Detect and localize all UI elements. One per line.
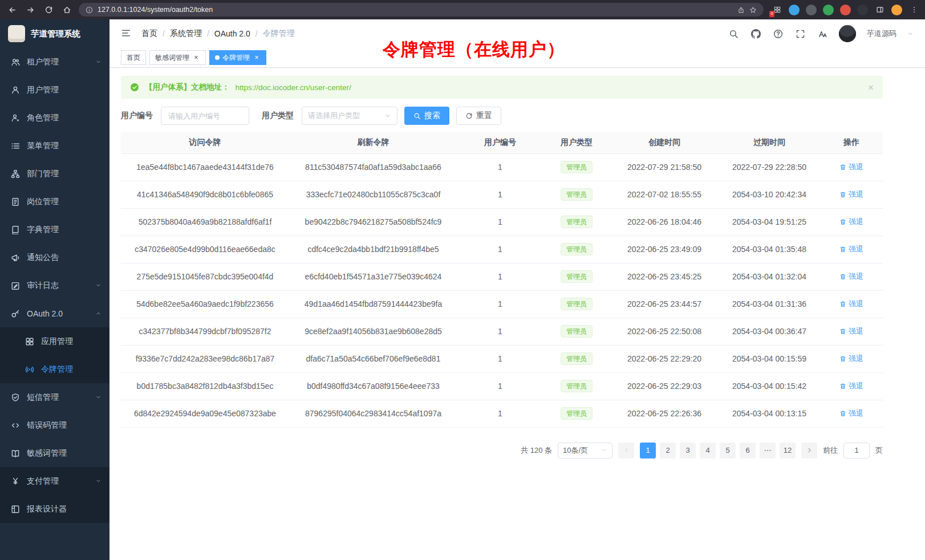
fullscreen-icon[interactable] — [794, 28, 806, 39]
cell-refresh-token: be90422b8c7946218275a508bf524fc9 — [289, 208, 457, 236]
pager-more-button[interactable]: ⋯ — [760, 443, 776, 458]
force-logout-button[interactable]: 强退 — [839, 162, 863, 172]
search-icon[interactable] — [728, 28, 739, 39]
sidebar-item-user[interactable]: 用户管理 — [0, 76, 109, 104]
force-logout-button[interactable]: 强退 — [839, 354, 863, 364]
cell-expire-time: 2054-03-04 01:31:36 — [719, 290, 820, 318]
browser-home-button[interactable] — [60, 3, 73, 16]
font-size-icon[interactable] — [817, 28, 828, 39]
sidebar-item-audit-log[interactable]: 审计日志 — [0, 271, 109, 299]
pagination: 共 120 条 10条/页 123456⋯12 前往 页 — [121, 443, 883, 458]
browser-forward-button[interactable] — [24, 3, 36, 16]
pager-prev-button[interactable] — [618, 443, 634, 458]
delete-icon — [839, 328, 846, 335]
pager-page-6[interactable]: 6 — [740, 443, 756, 458]
table-row: 41c41346a548490f9dc8b01c6bfe0865333ecfc7… — [121, 181, 883, 208]
tab-sensitive-word[interactable]: 敏感词管理× — [149, 50, 206, 65]
extension-icon-green[interactable] — [823, 5, 834, 15]
github-icon[interactable] — [750, 28, 761, 39]
cell-expire-time: 2054-03-04 00:15:59 — [719, 345, 820, 372]
address-bar[interactable]: 127.0.0.1:1024/system/oauth2/token — [79, 3, 764, 17]
user-avatar[interactable] — [839, 25, 856, 42]
browser-reload-button[interactable] — [42, 3, 55, 16]
extension-icon-dark[interactable] — [806, 5, 817, 15]
force-logout-button[interactable]: 强退 — [839, 326, 863, 336]
sidebar-item-dept[interactable]: 部门管理 — [0, 160, 109, 188]
sidebar-item-role[interactable]: 角色管理 — [0, 104, 109, 132]
delete-icon — [839, 246, 846, 253]
sidebar-item-report-designer[interactable]: 报表设计器 — [0, 495, 109, 523]
pager-page-2[interactable]: 2 — [660, 443, 676, 458]
force-logout-button[interactable]: 强退 — [839, 189, 863, 200]
table-row: 502375b8040a469a9b82188afdf6af1fbe90422b… — [121, 208, 883, 236]
pager-goto-input[interactable] — [843, 443, 870, 458]
page-size-select[interactable]: 10条/页 — [558, 443, 612, 458]
user-id-input[interactable] — [161, 107, 249, 125]
browser-menu-icon[interactable] — [908, 5, 919, 15]
chevron-down-icon — [95, 282, 102, 289]
user-name[interactable]: 芋道源码 — [867, 29, 896, 39]
sidebar-item-oauth2-app[interactable]: 应用管理 — [0, 327, 109, 355]
sidebar-item-post[interactable]: 岗位管理 — [0, 188, 109, 216]
pager-page-1[interactable]: 1 — [640, 443, 656, 458]
split-view-icon[interactable] — [874, 5, 885, 15]
sidebar-item-oauth2-token[interactable]: 令牌管理 — [0, 355, 109, 383]
sidebar-item-sms[interactable]: 短信管理 — [0, 383, 109, 411]
pager-page-12[interactable]: 12 — [780, 443, 796, 458]
token-table: 访问令牌 刷新令牌 用户编号 用户类型 创建时间 过期时间 操作 1ea5e44… — [121, 132, 883, 428]
tab-token[interactable]: 令牌管理× — [209, 50, 266, 65]
force-logout-button[interactable]: 强退 — [839, 271, 863, 282]
force-logout-button[interactable]: 强退 — [839, 408, 863, 419]
post-badge-icon — [11, 197, 20, 206]
cell-expire-time: 2054-03-04 00:15:42 — [719, 372, 820, 400]
sidebar-collapse-icon[interactable] — [121, 28, 132, 39]
reset-button[interactable]: 重置 — [456, 107, 501, 125]
browser-back-button[interactable] — [6, 3, 18, 16]
force-logout-button[interactable]: 强退 — [839, 244, 863, 254]
user-caret-down-icon[interactable] — [907, 31, 914, 37]
sidebar-item-sensitive-word[interactable]: 敏感词管理 — [0, 439, 109, 467]
pager-page-4[interactable]: 4 — [700, 443, 716, 458]
pager-page-3[interactable]: 3 — [680, 443, 696, 458]
tab-close-icon[interactable]: × — [192, 54, 200, 62]
breadcrumb-item[interactable]: 系统管理 — [170, 29, 202, 39]
bookmark-star-icon[interactable] — [749, 6, 757, 14]
force-logout-button[interactable]: 强退 — [839, 299, 863, 309]
sidebar-item-notice[interactable]: 通知公告 — [0, 244, 109, 271]
user-type-select[interactable]: 请选择用户类型 — [302, 107, 397, 125]
extension-icon-blue[interactable] — [789, 5, 800, 15]
force-logout-button[interactable]: 强退 — [839, 217, 863, 227]
extension-icon-dark2[interactable] — [857, 5, 868, 15]
sidebar-item-tenant[interactable]: 租户管理 — [0, 48, 109, 76]
extension-icon-puzzle[interactable] — [840, 5, 851, 15]
share-icon[interactable] — [737, 6, 745, 14]
sidebar: 芋道管理系统 租户管理用户管理角色管理菜单管理部门管理岗位管理字典管理通知公告审… — [0, 19, 109, 560]
extensions-grid-icon[interactable]: 0 — [772, 5, 782, 15]
sidebar-item-oauth2[interactable]: OAuth 2.0 — [0, 299, 109, 327]
breadcrumb-item[interactable]: OAuth 2.0 — [214, 29, 250, 38]
sidebar-item-error-code[interactable]: 错误码管理 — [0, 411, 109, 439]
pager-page-5[interactable]: 5 — [720, 443, 736, 458]
browser-profile-avatar[interactable] — [891, 5, 902, 15]
site-info-icon[interactable] — [86, 6, 93, 14]
help-icon[interactable] — [772, 28, 784, 39]
sidebar-item-label: 报表设计器 — [27, 504, 102, 514]
cell-created-time: 2022-06-26 18:04:46 — [610, 208, 719, 236]
breadcrumb-item[interactable]: 首页 — [141, 29, 157, 39]
breadcrumb-separator: / — [163, 29, 165, 38]
table-row: 54d6be82ee5a460a9aedc1f9bf22365649d1aa46… — [121, 290, 883, 318]
tab-home[interactable]: 首页 — [121, 50, 146, 65]
cell-created-time: 2022-07-02 18:55:55 — [610, 181, 719, 208]
table-row: 275e5de9151045fe87cbdc395e004f4de6cfd40e… — [121, 263, 883, 290]
sidebar-item-pay[interactable]: 支付管理 — [0, 467, 109, 495]
page-content: 【用户体系】文档地址： https://doc.iocoder.cn/user-… — [109, 68, 925, 560]
alert-close-icon[interactable]: × — [868, 83, 874, 92]
tab-close-icon[interactable]: × — [253, 54, 261, 62]
pager-next-button[interactable] — [801, 443, 817, 458]
sidebar-item-menu[interactable]: 菜单管理 — [0, 132, 109, 160]
sidebar-item-dict[interactable]: 字典管理 — [0, 216, 109, 244]
force-logout-button[interactable]: 强退 — [839, 381, 863, 391]
app-logo[interactable]: 芋道管理系统 — [0, 19, 109, 48]
doc-link[interactable]: https://doc.iocoder.cn/user-center/ — [236, 83, 351, 92]
search-button[interactable]: 搜索 — [404, 107, 449, 125]
